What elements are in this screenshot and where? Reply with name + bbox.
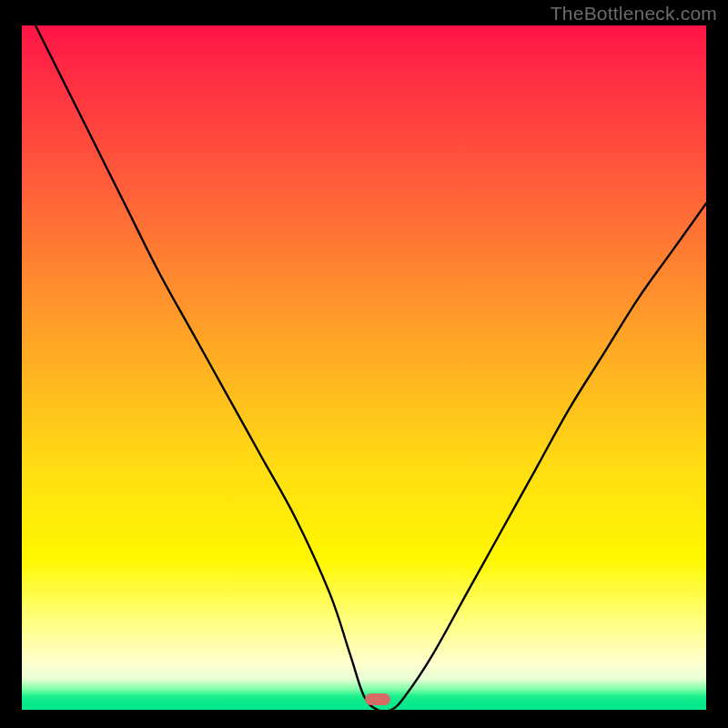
optimal-marker (365, 693, 390, 705)
bottleneck-curve (22, 25, 706, 710)
attribution-label: TheBottleneck.com (551, 3, 717, 25)
chart-frame: TheBottleneck.com (0, 0, 728, 728)
plot-area (22, 25, 706, 710)
